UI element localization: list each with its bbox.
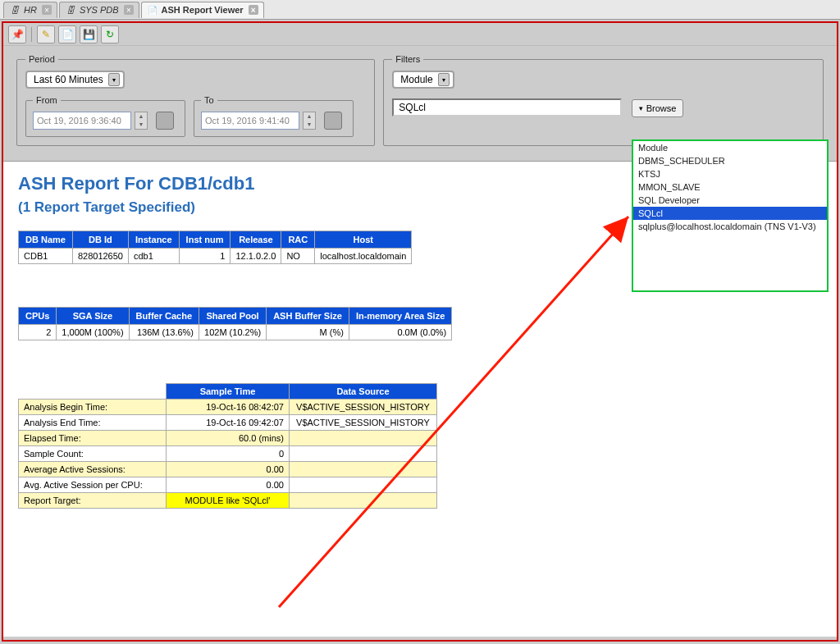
col-header: Instance xyxy=(128,231,179,249)
cell: V$ACTIVE_SESSION_HISTORY xyxy=(290,400,437,415)
table-row: Average Active Sessions:0.00 xyxy=(19,462,437,477)
cell: Analysis Begin Time: xyxy=(19,400,167,415)
col-header: Buffer Cache xyxy=(129,308,199,325)
table-row: Report Target:MODULE like 'SQLcl' xyxy=(19,493,437,509)
cell xyxy=(290,493,437,509)
close-icon[interactable]: × xyxy=(124,5,134,15)
cell: 102M (10.2%) xyxy=(199,325,267,340)
edit-button[interactable]: ✎ xyxy=(37,25,55,43)
col-header: Release xyxy=(231,231,281,249)
table-row: Sample Count:0 xyxy=(19,446,437,462)
tab-hr[interactable]: 🗄 HR × xyxy=(3,2,57,18)
col-header: Host xyxy=(315,231,412,249)
popup-item[interactable]: sqlplus@localhost.localdomain (TNS V1-V3… xyxy=(633,220,827,233)
cell: 19-Oct-16 08:42:07 xyxy=(167,400,290,415)
close-icon[interactable]: × xyxy=(42,5,52,15)
tab-sys-pdb[interactable]: 🗄 SYS PDB × xyxy=(59,2,139,18)
col-header: RAC xyxy=(281,231,315,249)
table-row: Avg. Active Session per CPU:0.00 xyxy=(19,477,437,493)
col-header: DB Id xyxy=(72,231,128,249)
chevron-down-icon: ▾ xyxy=(108,73,120,86)
table-row: Analysis End Time:19-Oct-16 09:42:07V$AC… xyxy=(19,415,437,431)
col-header: CPUs xyxy=(19,308,57,325)
spinner[interactable]: ▲ ▼ xyxy=(303,112,316,130)
popup-item[interactable]: KTSJ xyxy=(633,167,827,180)
filter-value-input[interactable] xyxy=(392,98,622,116)
separator xyxy=(31,27,32,42)
cell: 0 xyxy=(167,446,290,462)
cell: 0.00 xyxy=(167,477,290,493)
col-header: Sample Time xyxy=(167,384,290,400)
popup-item[interactable]: MMON_SLAVE xyxy=(633,180,827,194)
table-header-row: DB NameDB IdInstanceInst numReleaseRACHo… xyxy=(19,231,412,249)
col-header: In-memory Area Size xyxy=(349,308,451,325)
main-frame: 📌 ✎ 📄 💾 ↻ Period Last 60 Minutes ▾ From … xyxy=(2,21,838,642)
refresh-button[interactable]: ↻ xyxy=(101,25,119,43)
report-icon: 📄 xyxy=(147,4,158,16)
col-header: Data Source xyxy=(290,384,437,400)
filters-fieldset: Filters Module ▾ Browse xyxy=(383,54,824,146)
tab-label: HR xyxy=(24,5,37,15)
spinner-up-icon[interactable]: ▲ xyxy=(135,112,147,121)
cell: 2 xyxy=(19,325,57,340)
tab-ash-report-viewer[interactable]: 📄 ASH Report Viewer × xyxy=(141,2,264,18)
cell: V$ACTIVE_SESSION_HISTORY xyxy=(290,415,437,431)
cell: Sample Count: xyxy=(19,446,167,462)
toolbar: 📌 ✎ 📄 💾 ↻ xyxy=(3,23,837,46)
tabs-bar: 🗄 HR × 🗄 SYS PDB × 📄 ASH Report Viewer × xyxy=(0,0,840,20)
chevron-down-icon: ▾ xyxy=(438,73,450,86)
popup-item[interactable]: SQL Developer xyxy=(633,194,827,207)
cell xyxy=(290,477,437,493)
table-row: Analysis Begin Time:19-Oct-16 08:42:07V$… xyxy=(19,400,437,415)
to-legend: To xyxy=(201,95,217,105)
popup-item[interactable]: DBMS_SCHEDULER xyxy=(633,154,827,167)
from-datetime-input[interactable] xyxy=(33,112,131,130)
close-icon[interactable]: × xyxy=(249,5,258,15)
export-button[interactable]: 💾 xyxy=(80,25,98,43)
spinner[interactable]: ▲ ▼ xyxy=(135,112,148,130)
col-header: SGA Size xyxy=(57,308,129,325)
calendar-button[interactable] xyxy=(156,112,174,130)
calendar-button[interactable] xyxy=(324,112,342,130)
col-header: DB Name xyxy=(19,231,73,249)
cell: Report Target: xyxy=(19,493,167,509)
cell: CDB1 xyxy=(19,249,73,264)
cell: 1 xyxy=(179,249,231,264)
to-datetime-input[interactable] xyxy=(201,112,299,130)
cell: 136M (13.6%) xyxy=(129,325,199,340)
table-header-row: Sample Time Data Source xyxy=(19,384,437,400)
cell: 60.0 (mins) xyxy=(167,431,290,446)
period-fieldset: Period Last 60 Minutes ▾ From ▲ ▼ xyxy=(16,54,375,146)
col-header: Shared Pool xyxy=(199,308,267,325)
sql-icon: 🗄 xyxy=(65,4,76,16)
browse-button[interactable]: Browse xyxy=(632,99,684,117)
cell xyxy=(290,431,437,446)
cell: 828012650 xyxy=(72,249,128,264)
spinner-up-icon[interactable]: ▲ xyxy=(304,112,315,121)
cell: 19-Oct-16 09:42:07 xyxy=(167,415,290,431)
cell: Analysis End Time: xyxy=(19,415,167,431)
table-row: CDB1828012650cdb1112.1.0.2.0NOlocalhost.… xyxy=(19,249,412,264)
dropdown-value: Last 60 Minutes xyxy=(34,74,103,85)
cell: Avg. Active Session per CPU: xyxy=(19,477,167,493)
module-browse-popup: Module DBMS_SCHEDULERKTSJMMON_SLAVESQL D… xyxy=(632,139,829,292)
spinner-down-icon[interactable]: ▼ xyxy=(304,121,315,129)
cell: localhost.localdomain xyxy=(315,249,412,264)
empty-header xyxy=(19,384,167,400)
filter-type-dropdown[interactable]: Module ▾ xyxy=(392,71,454,89)
table-row: Elapsed Time:60.0 (mins) xyxy=(19,431,437,446)
col-header: ASH Buffer Size xyxy=(267,308,349,325)
to-fieldset: To ▲ ▼ xyxy=(194,95,354,137)
spinner-down-icon[interactable]: ▼ xyxy=(135,121,147,129)
table-header-row: CPUsSGA SizeBuffer CacheShared PoolASH B… xyxy=(19,308,452,325)
pin-button[interactable]: 📌 xyxy=(8,25,26,43)
popup-header: Module xyxy=(633,141,827,154)
sql-button[interactable]: 📄 xyxy=(58,25,76,43)
from-legend: From xyxy=(33,95,61,105)
popup-item[interactable]: SQLcl xyxy=(633,207,827,220)
filters-legend: Filters xyxy=(392,54,423,64)
period-range-dropdown[interactable]: Last 60 Minutes ▾ xyxy=(25,71,125,89)
db-info-table: DB NameDB IdInstanceInst numReleaseRACHo… xyxy=(18,231,412,264)
cell: MODULE like 'SQLcl' xyxy=(167,493,290,509)
cell: 0.00 xyxy=(167,462,290,477)
